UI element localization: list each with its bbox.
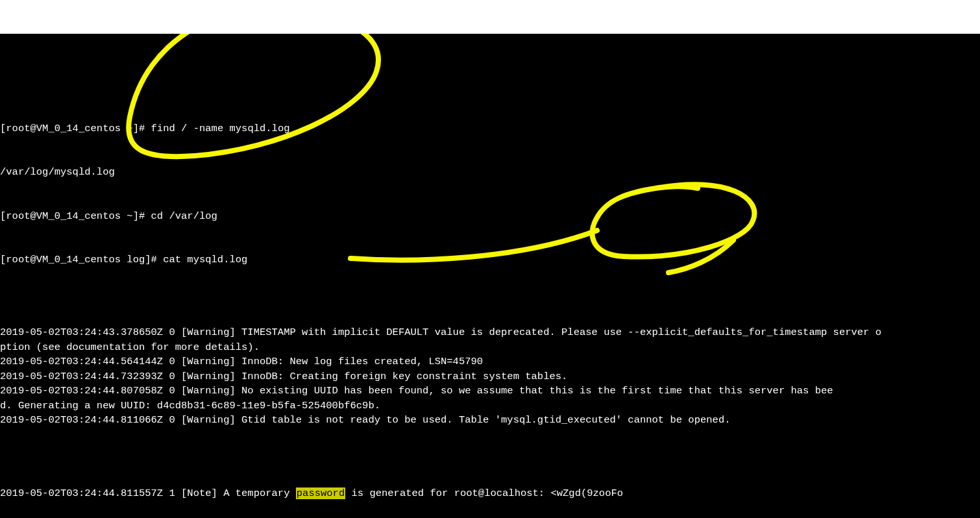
annotation-overlay — [0, 34, 980, 518]
log-line: 2019-05-02T03:24:44.564144Z 0 [Warning] … — [0, 354, 980, 369]
log-line: 2019-05-02T03:24:44.732393Z 0 [Warning] … — [0, 369, 980, 384]
shell-command: find / -name mysqld.log — [151, 123, 290, 134]
shell-line: [root@VM_0_14_centos ~]# cd /var/log — [0, 209, 980, 223]
log-password-line: 2019-05-02T03:24:44.811557Z 1 [Note] A t… — [0, 486, 980, 500]
log-line: 2019-05-02T03:24:44.807058Z 0 [Warning] … — [0, 384, 980, 398]
shell-line: [root@VM_0_14_centos ~]# find / -name my… — [0, 121, 980, 136]
terminal-window[interactable]: [root@VM_0_14_centos ~]# find / -name my… — [0, 34, 980, 518]
shell-prompt: [root@VM_0_14_centos ~]# — [0, 210, 145, 222]
shell-prompt: [root@VM_0_14_centos log]# — [0, 254, 157, 265]
shell-prompt: [root@VM_0_14_centos ~]# — [0, 123, 145, 134]
log-line: ption (see documentation for more detail… — [0, 340, 980, 354]
log-text: is generated for root@localhost: <wZgd(9… — [345, 487, 623, 499]
log-text: 2019-05-02T03:24:44.811557Z 1 [Note] A t… — [0, 487, 296, 499]
log-output: 2019-05-02T03:24:43.378650Z 0 [Warning] … — [0, 325, 980, 427]
highlight-password: password — [296, 487, 345, 499]
log-line: 2019-05-02T03:24:44.811066Z 0 [Warning] … — [0, 413, 980, 427]
shell-command: cat mysqld.log — [163, 254, 247, 265]
shell-output: /var/log/mysqld.log — [0, 165, 980, 179]
log-line: 2019-05-02T03:24:43.378650Z 0 [Warning] … — [0, 325, 980, 339]
shell-command: cd /var/log — [151, 210, 217, 222]
shell-line: [root@VM_0_14_centos log]# cat mysqld.lo… — [0, 253, 980, 267]
log-line: d. Generating a new UUID: d4cd8b31-6c89-… — [0, 399, 980, 413]
